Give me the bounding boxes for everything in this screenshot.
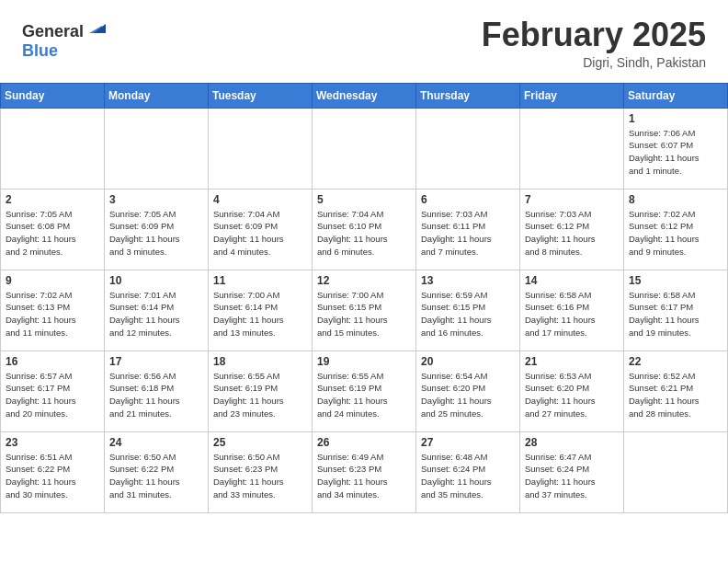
logo: General Blue [22, 17, 106, 61]
calendar-table: SundayMondayTuesdayWednesdayThursdayFrid… [0, 83, 728, 513]
day-number: 13 [421, 274, 515, 287]
day-number: 4 [213, 193, 307, 206]
day-info: Sunrise: 7:02 AM Sunset: 6:12 PM Dayligh… [629, 208, 722, 259]
calendar-cell: 22Sunrise: 6:52 AM Sunset: 6:21 PM Dayli… [624, 350, 728, 431]
day-number: 5 [317, 193, 411, 206]
day-info: Sunrise: 6:52 AM Sunset: 6:21 PM Dayligh… [629, 370, 722, 420]
weekday-header-friday: Friday [520, 83, 624, 108]
day-number: 21 [525, 355, 619, 368]
weekday-header-monday: Monday [105, 83, 209, 108]
page: General Blue February 2025 Digri, Sindh,… [0, 0, 728, 513]
logo-general: General [22, 22, 84, 40]
day-info: Sunrise: 6:53 AM Sunset: 6:20 PM Dayligh… [525, 370, 619, 420]
day-info: Sunrise: 6:55 AM Sunset: 6:19 PM Dayligh… [317, 370, 411, 420]
calendar-cell: 13Sunrise: 6:59 AM Sunset: 6:15 PM Dayli… [416, 270, 520, 350]
day-info: Sunrise: 6:56 AM Sunset: 6:18 PM Dayligh… [109, 370, 203, 420]
day-info: Sunrise: 7:04 AM Sunset: 6:10 PM Dayligh… [317, 208, 411, 259]
calendar-cell: 7Sunrise: 7:03 AM Sunset: 6:12 PM Daylig… [520, 189, 624, 270]
day-info: Sunrise: 7:01 AM Sunset: 6:14 PM Dayligh… [109, 289, 203, 339]
day-number: 6 [421, 193, 515, 206]
day-number: 25 [213, 436, 307, 449]
week-row-4: 16Sunrise: 6:57 AM Sunset: 6:17 PM Dayli… [1, 350, 728, 431]
day-number: 19 [317, 355, 411, 368]
day-number: 23 [6, 436, 99, 449]
day-info: Sunrise: 6:55 AM Sunset: 6:19 PM Dayligh… [213, 370, 307, 420]
calendar-cell: 1Sunrise: 7:06 AM Sunset: 6:07 PM Daylig… [624, 108, 728, 189]
day-number: 9 [6, 274, 99, 287]
day-number: 1 [629, 112, 722, 125]
month-title: February 2025 [482, 17, 706, 53]
calendar-cell: 11Sunrise: 7:00 AM Sunset: 6:14 PM Dayli… [209, 270, 313, 350]
calendar-cell: 4Sunrise: 7:04 AM Sunset: 6:09 PM Daylig… [209, 189, 313, 270]
day-info: Sunrise: 6:57 AM Sunset: 6:17 PM Dayligh… [6, 370, 99, 420]
day-info: Sunrise: 6:47 AM Sunset: 6:24 PM Dayligh… [525, 451, 619, 501]
calendar-cell: 15Sunrise: 6:58 AM Sunset: 6:17 PM Dayli… [624, 270, 728, 350]
calendar-cell [209, 108, 313, 189]
calendar-cell: 23Sunrise: 6:51 AM Sunset: 6:22 PM Dayli… [1, 431, 105, 512]
weekday-header-saturday: Saturday [624, 83, 728, 108]
calendar-cell [624, 431, 728, 512]
calendar-cell: 17Sunrise: 6:56 AM Sunset: 6:18 PM Dayli… [105, 350, 209, 431]
day-number: 2 [6, 193, 99, 206]
day-info: Sunrise: 6:54 AM Sunset: 6:20 PM Dayligh… [421, 370, 515, 420]
calendar-cell [416, 108, 520, 189]
day-number: 26 [317, 436, 411, 449]
day-number: 16 [6, 355, 99, 368]
logo-icon [85, 17, 106, 37]
calendar-cell: 16Sunrise: 6:57 AM Sunset: 6:17 PM Dayli… [1, 350, 105, 431]
location: Digri, Sindh, Pakistan [482, 55, 706, 70]
header: General Blue February 2025 Digri, Sindh,… [0, 0, 728, 79]
calendar-cell: 27Sunrise: 6:48 AM Sunset: 6:24 PM Dayli… [416, 431, 520, 512]
calendar-cell: 14Sunrise: 6:58 AM Sunset: 6:16 PM Dayli… [520, 270, 624, 350]
weekday-header-wednesday: Wednesday [313, 83, 416, 108]
calendar-cell: 5Sunrise: 7:04 AM Sunset: 6:10 PM Daylig… [313, 189, 416, 270]
day-info: Sunrise: 7:05 AM Sunset: 6:09 PM Dayligh… [109, 208, 203, 259]
week-row-2: 2Sunrise: 7:05 AM Sunset: 6:08 PM Daylig… [1, 189, 728, 270]
calendar-cell: 9Sunrise: 7:02 AM Sunset: 6:13 PM Daylig… [1, 270, 105, 350]
day-info: Sunrise: 6:50 AM Sunset: 6:22 PM Dayligh… [109, 451, 203, 501]
calendar-cell: 2Sunrise: 7:05 AM Sunset: 6:08 PM Daylig… [1, 189, 105, 270]
weekday-header-row: SundayMondayTuesdayWednesdayThursdayFrid… [1, 83, 728, 108]
calendar-cell [313, 108, 416, 189]
calendar-cell: 6Sunrise: 7:03 AM Sunset: 6:11 PM Daylig… [416, 189, 520, 270]
calendar-cell: 18Sunrise: 6:55 AM Sunset: 6:19 PM Dayli… [209, 350, 313, 431]
day-number: 15 [629, 274, 722, 287]
calendar-cell: 24Sunrise: 6:50 AM Sunset: 6:22 PM Dayli… [105, 431, 209, 512]
day-info: Sunrise: 7:00 AM Sunset: 6:15 PM Dayligh… [317, 289, 411, 339]
calendar-cell: 3Sunrise: 7:05 AM Sunset: 6:09 PM Daylig… [105, 189, 209, 270]
calendar-cell: 21Sunrise: 6:53 AM Sunset: 6:20 PM Dayli… [520, 350, 624, 431]
day-number: 18 [213, 355, 307, 368]
day-number: 17 [109, 355, 203, 368]
day-info: Sunrise: 7:02 AM Sunset: 6:13 PM Dayligh… [6, 289, 99, 339]
day-number: 22 [629, 355, 722, 368]
logo-blue: Blue [22, 41, 58, 60]
day-info: Sunrise: 6:59 AM Sunset: 6:15 PM Dayligh… [421, 289, 515, 339]
day-number: 24 [109, 436, 203, 449]
week-row-1: 1Sunrise: 7:06 AM Sunset: 6:07 PM Daylig… [1, 108, 728, 189]
day-number: 20 [421, 355, 515, 368]
day-info: Sunrise: 7:04 AM Sunset: 6:09 PM Dayligh… [213, 208, 307, 259]
day-info: Sunrise: 7:05 AM Sunset: 6:08 PM Dayligh… [6, 208, 99, 259]
calendar-cell: 20Sunrise: 6:54 AM Sunset: 6:20 PM Dayli… [416, 350, 520, 431]
day-info: Sunrise: 6:50 AM Sunset: 6:23 PM Dayligh… [213, 451, 307, 501]
day-info: Sunrise: 6:58 AM Sunset: 6:17 PM Dayligh… [629, 289, 722, 339]
calendar-cell: 10Sunrise: 7:01 AM Sunset: 6:14 PM Dayli… [105, 270, 209, 350]
day-info: Sunrise: 6:51 AM Sunset: 6:22 PM Dayligh… [6, 451, 99, 501]
day-number: 12 [317, 274, 411, 287]
calendar-cell [520, 108, 624, 189]
day-info: Sunrise: 6:49 AM Sunset: 6:23 PM Dayligh… [317, 451, 411, 501]
day-info: Sunrise: 6:48 AM Sunset: 6:24 PM Dayligh… [421, 451, 515, 501]
day-info: Sunrise: 7:00 AM Sunset: 6:14 PM Dayligh… [213, 289, 307, 339]
day-number: 27 [421, 436, 515, 449]
week-row-3: 9Sunrise: 7:02 AM Sunset: 6:13 PM Daylig… [1, 270, 728, 350]
day-number: 11 [213, 274, 307, 287]
day-number: 14 [525, 274, 619, 287]
day-number: 28 [525, 436, 619, 449]
day-number: 7 [525, 193, 619, 206]
day-number: 8 [629, 193, 722, 206]
calendar-cell: 25Sunrise: 6:50 AM Sunset: 6:23 PM Dayli… [209, 431, 313, 512]
calendar-cell: 8Sunrise: 7:02 AM Sunset: 6:12 PM Daylig… [624, 189, 728, 270]
calendar-cell: 26Sunrise: 6:49 AM Sunset: 6:23 PM Dayli… [313, 431, 416, 512]
title-area: February 2025 Digri, Sindh, Pakistan [482, 17, 706, 70]
calendar-cell: 28Sunrise: 6:47 AM Sunset: 6:24 PM Dayli… [520, 431, 624, 512]
